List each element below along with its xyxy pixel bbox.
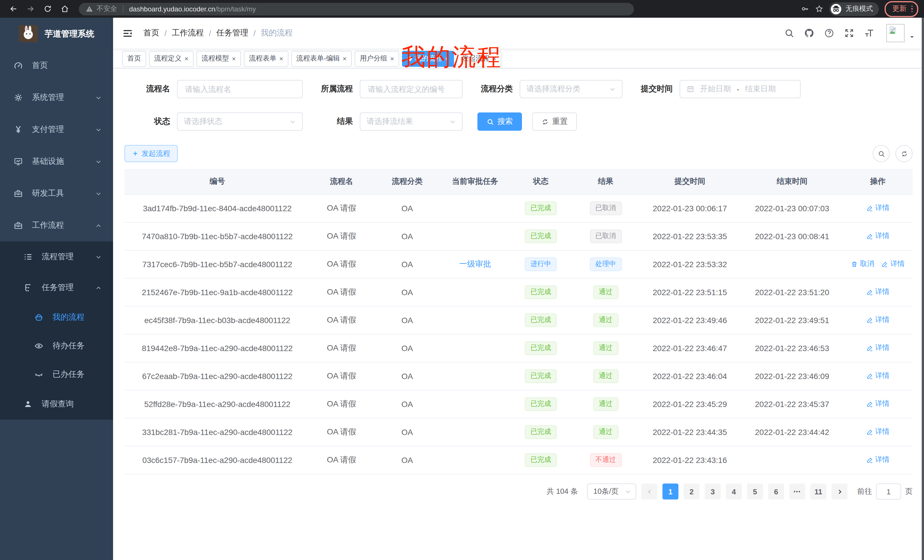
breadcrumb-item-0[interactable]: 首页	[143, 28, 159, 38]
page-button-4[interactable]: 4	[726, 484, 742, 500]
search-button[interactable]: 搜索	[477, 112, 522, 131]
breadcrumb-item-1[interactable]: 工作流程	[172, 28, 204, 38]
process-definition-input[interactable]	[367, 84, 456, 94]
cell-submit-time: 2022-01-22 23:43:16	[639, 446, 741, 474]
cell-current-task	[441, 306, 509, 334]
cell-current-task	[441, 390, 509, 418]
submit-time-range-picker[interactable]: 开始日期 - 结束日期	[680, 80, 801, 98]
sidebar-item-process-mgmt[interactable]: 流程管理	[0, 241, 113, 272]
row-action-detail[interactable]: 详情	[866, 287, 890, 297]
avatar-dropdown[interactable]	[886, 24, 915, 42]
fullscreen-icon[interactable]	[844, 28, 854, 38]
browser-back-button[interactable]	[6, 1, 21, 16]
sidebar-item-dev-tools[interactable]: 研发工具	[0, 178, 113, 210]
page-button-5[interactable]: 5	[747, 484, 763, 500]
goto-page-input[interactable]	[876, 484, 901, 500]
bookmark-star-icon[interactable]	[814, 4, 823, 13]
scrollbar[interactable]	[922, 18, 924, 560]
sidebar-item-home[interactable]: 首页	[0, 49, 113, 82]
key-icon[interactable]	[800, 4, 809, 13]
sidebar-item-system[interactable]: 系统管理	[0, 82, 113, 114]
tab-close-icon[interactable]: ×	[343, 55, 346, 62]
cell-process-name: OA 请假	[310, 334, 373, 362]
sidebar-item-task-mgmt[interactable]: 任务管理	[0, 272, 113, 303]
cell-category: OA	[373, 222, 441, 250]
header-search-icon[interactable]	[784, 28, 794, 38]
toggle-search-button[interactable]	[873, 145, 890, 162]
page-ellipsis[interactable]: •••	[789, 484, 805, 500]
page-button-1[interactable]: 1	[663, 484, 678, 500]
refresh-table-button[interactable]	[896, 145, 913, 162]
address-bar[interactable]: 不安全 dashboard.yudao.iocoder.cn /bpm/task…	[79, 3, 634, 15]
row-action-detail[interactable]: 详情	[881, 259, 904, 269]
row-action-detail[interactable]: 详情	[866, 427, 890, 437]
row-action-detail[interactable]: 详情	[866, 371, 890, 381]
browser-update-button[interactable]: 更新	[884, 1, 918, 17]
sidebar-item-workflow[interactable]: 工作流程	[0, 210, 113, 241]
cell-current-task	[441, 222, 509, 250]
row-action-detail[interactable]: 详情	[866, 343, 890, 353]
row-action-cancel[interactable]: 取消	[851, 259, 874, 269]
tab-close-icon[interactable]: ×	[445, 55, 449, 62]
sidebar-item-label: 流程管理	[42, 252, 74, 262]
start-date-placeholder[interactable]: 开始日期	[700, 84, 731, 94]
sidebar-collapse-icon[interactable]	[122, 28, 133, 39]
page-button-2[interactable]: 2	[684, 484, 700, 500]
breadcrumb: 首页/工作流程/任务管理/我的流程	[143, 28, 292, 38]
prev-page-button[interactable]	[641, 484, 657, 500]
browser-reload-button[interactable]	[40, 1, 55, 16]
row-action-detail[interactable]: 详情	[866, 204, 890, 213]
tab-close-icon[interactable]: ×	[232, 55, 236, 62]
font-size-icon[interactable]	[864, 28, 874, 38]
tab-home[interactable]: 首页	[122, 51, 146, 66]
task-link[interactable]: 一级审批	[459, 259, 491, 268]
page-button-6[interactable]: 6	[768, 484, 784, 500]
browser-home-button[interactable]	[57, 1, 72, 16]
row-action-detail[interactable]: 详情	[866, 399, 890, 409]
help-icon[interactable]	[824, 28, 834, 38]
result-select[interactable]: 请选择流结果	[360, 112, 463, 131]
tab-close-icon[interactable]: ×	[492, 55, 496, 62]
cell-actions: 详情	[843, 418, 913, 446]
browser-menu-icon[interactable]	[911, 6, 913, 12]
row-action-detail[interactable]: 详情	[866, 232, 890, 241]
cell-actions: 详情	[843, 278, 913, 306]
breadcrumb-item-2[interactable]: 任务管理	[216, 28, 248, 38]
page-button-11[interactable]: 11	[810, 484, 826, 500]
next-page-button[interactable]	[831, 484, 848, 500]
tab-process-model[interactable]: 流程模型×	[196, 51, 241, 66]
sidebar-item-infra[interactable]: 基础设施	[0, 145, 113, 178]
tab-close-icon[interactable]: ×	[279, 55, 283, 62]
row-action-detail[interactable]: 详情	[866, 455, 890, 465]
edit-icon	[866, 205, 873, 212]
avatar[interactable]	[886, 24, 904, 42]
cell-end-time	[741, 250, 843, 278]
start-process-button[interactable]: 发起流程	[124, 145, 178, 162]
end-date-placeholder[interactable]: 结束日期	[745, 84, 776, 94]
toolbox-icon	[14, 189, 23, 198]
github-icon[interactable]	[804, 28, 814, 38]
sidebar-item-my-process[interactable]: 我的流程	[0, 303, 113, 332]
reset-button[interactable]: 重置	[532, 112, 577, 131]
sidebar-item-todo-task[interactable]: 待办任务	[0, 332, 113, 360]
tab-close-icon[interactable]: ×	[390, 55, 394, 62]
sidebar-item-payment[interactable]: 支付管理	[0, 114, 113, 145]
process-name-input[interactable]	[184, 84, 296, 94]
tab-my-process[interactable]: 我的流程×	[402, 51, 454, 66]
status-select[interactable]: 请选择状态	[177, 112, 303, 131]
sidebar-item-leave-query[interactable]: 请假查询	[0, 389, 113, 419]
tab-process-form[interactable]: 流程表单×	[244, 51, 288, 66]
tab-user-group[interactable]: 用户分组×	[355, 51, 399, 66]
browser-forward-button[interactable]	[23, 1, 38, 16]
tab-start-process[interactable]: 发起流程×	[457, 51, 501, 66]
app-logo-row[interactable]: 芋道管理系统	[0, 18, 113, 49]
page-button-3[interactable]: 3	[705, 484, 721, 500]
tab-process-definition[interactable]: 流程定义×	[149, 51, 194, 66]
tab-process-form-edit[interactable]: 流程表单-编辑×	[291, 51, 352, 66]
row-action-detail[interactable]: 详情	[866, 315, 890, 325]
tab-close-icon[interactable]: ×	[184, 55, 189, 62]
page-size-select[interactable]: 10条/页	[587, 484, 636, 500]
sidebar-item-done-task[interactable]: 已办任务	[0, 360, 113, 389]
category-select[interactable]: 请选择流程分类	[520, 80, 622, 98]
security-label[interactable]: 不安全	[96, 4, 117, 14]
